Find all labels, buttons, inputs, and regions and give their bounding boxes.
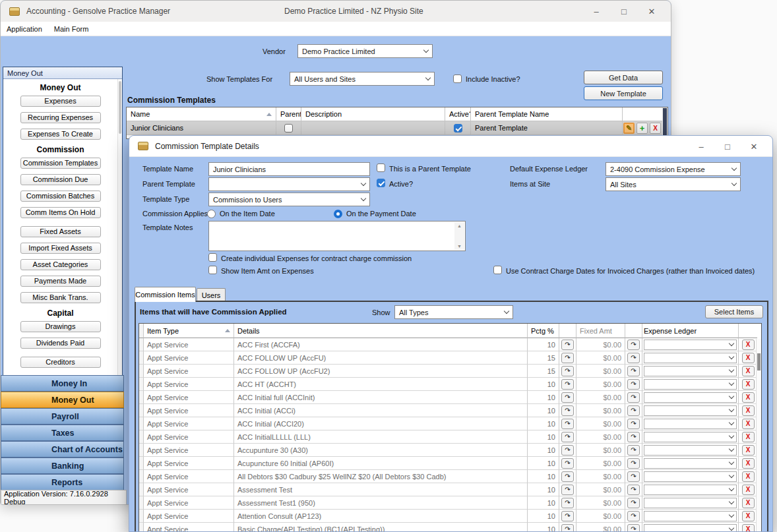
fixed-amt-cell[interactable]: $0.00 [576,338,625,351]
nav-reports[interactable]: Reports [1,474,124,490]
expense-ledger-select[interactable] [644,353,737,363]
active-checkbox[interactable] [377,179,385,187]
col-header-item-type[interactable]: Item Type [144,324,234,338]
apply-pctg-to-all-button[interactable]: ↷ [561,498,574,508]
sidebar-button-asset-categories[interactable]: Asset Categories [20,259,101,270]
dialog-maximize-icon[interactable]: □ [714,136,741,156]
sidebar-button-commission-due[interactable]: Commission Due [20,174,101,185]
parent-checkbox[interactable] [284,124,293,133]
item-date-radio[interactable] [207,210,216,218]
apply-fixed-to-all-button[interactable]: ↷ [627,511,640,521]
apply-pctg-to-all-button[interactable]: ↷ [561,405,574,416]
fixed-amt-cell[interactable]: $0.00 [576,496,625,510]
col-header-parent-template-name[interactable]: Parent Template Name [471,107,623,121]
apply-pctg-to-all-button[interactable]: ↷ [561,458,574,469]
expense-ledger-select[interactable] [644,419,737,429]
expense-ledger-select[interactable] [644,524,737,532]
sidebar-button-commission-templates[interactable]: Commission Templates [20,158,101,169]
fixed-amt-cell[interactable]: $0.00 [576,457,625,470]
fixed-amt-cell[interactable]: $0.00 [576,430,625,444]
row-selector-cell[interactable] [139,444,144,457]
use-contract-dates-checkbox[interactable] [493,266,502,274]
notes-scrollbar[interactable]: ▲ ▼ [454,222,464,250]
col-header-fixed-amt[interactable]: Fixed Amt [576,324,625,338]
delete-item-button[interactable]: X [742,379,755,390]
pctg-cell[interactable]: 10 [528,457,559,470]
sidebar-button-misc-bank-trans[interactable]: Misc Bank Trans. [20,292,101,303]
select-items-button[interactable]: Select Items [705,305,763,318]
row-selector-cell[interactable] [139,338,144,351]
delete-item-button[interactable]: X [742,498,755,508]
template-name-cell[interactable]: Junior Clinicians [127,121,276,135]
col-header-details[interactable]: Details [234,324,528,338]
delete-item-button[interactable]: X [742,392,755,403]
sidebar-scrollbar-thumb[interactable] [119,81,121,134]
item-row[interactable]: Appt ServiceAccupunture 30 (A30)10↷$0.00… [139,444,761,457]
template-row[interactable]: Junior Clinicians Parent Template ✎ + X [127,121,668,135]
template-notes-textarea[interactable]: ▲ ▼ [208,221,466,251]
fixed-amt-cell[interactable]: $0.00 [576,444,625,457]
nav-banking[interactable]: Banking [1,458,124,474]
items-at-site-select[interactable]: All Sites [606,177,741,191]
dialog-close-icon[interactable]: ✕ [741,136,767,156]
expense-ledger-select[interactable] [644,485,737,495]
default-expense-ledger-select[interactable]: 2-4090 Commission Expense [606,162,741,176]
row-selector-cell[interactable] [139,378,144,391]
pctg-cell[interactable]: 10 [528,404,559,417]
get-data-button[interactable]: Get Data [584,71,663,84]
row-selector-cell[interactable] [139,523,144,532]
template-type-select[interactable]: Commission to Users [208,192,370,206]
delete-item-button[interactable]: X [742,471,755,482]
minimize-icon[interactable]: – [582,1,610,21]
sidebar-button-recurring-expenses[interactable]: Recurring Expenses [20,112,101,123]
col-header-description[interactable]: Description [301,107,445,121]
item-row[interactable]: Appt ServiceACC Initial full (ACCInit)10… [139,391,761,404]
col-header-name[interactable]: Name [127,107,276,121]
apply-fixed-to-all-button[interactable]: ↷ [627,366,640,376]
scroll-up-icon[interactable]: ▲ [457,223,462,228]
items-grid-scrollbar[interactable] [756,339,761,532]
new-template-button[interactable]: New Template [584,86,663,100]
active-checkbox[interactable] [454,124,462,133]
sidebar-button-creditors[interactable]: Creditors [20,357,101,368]
expense-ledger-select[interactable] [644,392,737,403]
apply-fixed-to-all-button[interactable]: ↷ [627,524,640,532]
item-row[interactable]: Appt ServiceACC HT (ACCHT)10↷$0.00↷X [139,378,761,391]
apply-fixed-to-all-button[interactable]: ↷ [627,498,640,508]
pctg-cell[interactable]: 15 [528,351,559,365]
pctg-cell[interactable]: 10 [528,338,559,351]
item-row[interactable]: Appt ServiceACC Initial (ACCI20)10↷$0.00… [139,417,761,430]
sidebar-button-import-fixed-assets[interactable]: Import Fixed Assets [20,243,101,254]
apply-fixed-to-all-button[interactable]: ↷ [627,353,640,363]
row-selector-cell[interactable] [139,510,144,523]
expense-ledger-select[interactable] [644,471,737,482]
row-selector-cell[interactable] [139,496,144,510]
pctg-cell[interactable]: 10 [528,430,559,444]
payment-date-radio[interactable] [334,210,342,218]
fixed-amt-cell[interactable]: $0.00 [576,483,625,496]
templates-grid-scrollbar-thumb[interactable] [663,108,667,136]
nav-money-out[interactable]: Money Out [1,392,124,408]
nav-payroll[interactable]: Payroll [1,408,124,425]
apply-pctg-to-all-button[interactable]: ↷ [561,379,574,390]
items-grid-scrollbar-thumb[interactable] [757,353,761,370]
expense-ledger-select[interactable] [644,498,737,508]
apply-pctg-to-all-button[interactable]: ↷ [561,485,574,495]
item-row[interactable]: Appt ServiceAcupuncture 60 Initial (AP60… [139,457,761,470]
item-row[interactable]: Appt ServiceBasic Charge(API Testing) (B… [139,523,761,532]
fixed-amt-cell[interactable]: $0.00 [576,378,625,391]
delete-item-button[interactable]: X [742,445,755,456]
apply-fixed-to-all-button[interactable]: ↷ [627,340,640,350]
apply-pctg-to-all-button[interactable]: ↷ [561,353,574,363]
sidebar-button-comm-items-on-hold[interactable]: Comm Items On Hold [20,207,101,218]
row-selector-cell[interactable] [139,430,144,444]
apply-pctg-to-all-button[interactable]: ↷ [561,524,574,532]
nav-money-in[interactable]: Money In [1,375,124,392]
add-template-button[interactable]: + [637,123,648,134]
pctg-cell[interactable]: 10 [528,378,559,391]
col-header-active[interactable]: Active? [445,107,471,121]
close-icon[interactable]: ✕ [638,1,666,21]
pctg-cell[interactable]: 10 [528,496,559,510]
pctg-cell[interactable]: 10 [528,391,559,404]
row-selector-cell[interactable] [139,483,144,496]
